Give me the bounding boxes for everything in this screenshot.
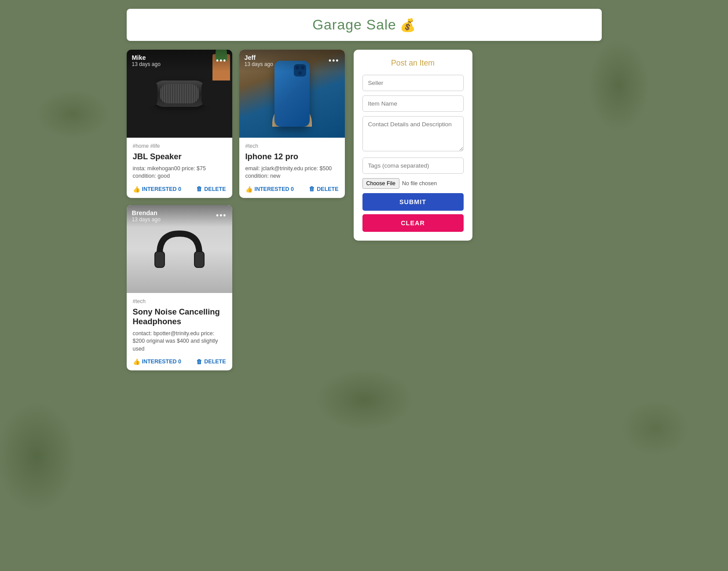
card-image-headphones: Brendan 13 days ago ••• bbox=[127, 205, 232, 293]
card-tags-iphone: #tech bbox=[245, 143, 339, 149]
main-content: Mike 13 days ago ••• #home #life JBL Spe… bbox=[127, 50, 602, 370]
card-actions-headphones: INTERESTED 0 DELETE bbox=[133, 358, 226, 365]
thumb-icon-headphones bbox=[133, 358, 140, 365]
trash-icon-headphones bbox=[196, 359, 202, 365]
trash-icon-iphone bbox=[309, 186, 315, 192]
card-user-info-jbl: Mike 13 days ago bbox=[132, 54, 161, 67]
card-user-info-headphones: Brendan 13 days ago bbox=[132, 209, 161, 223]
card-menu-jbl[interactable]: ••• bbox=[216, 56, 227, 66]
app-header: Garage Sale 💰 bbox=[127, 9, 602, 41]
thumb-icon-jbl bbox=[133, 186, 140, 193]
description-input[interactable] bbox=[362, 116, 464, 151]
card-image-iphone: Jeff 13 days ago ••• bbox=[239, 50, 345, 138]
tags-input[interactable] bbox=[362, 157, 464, 174]
app-title: Garage Sale bbox=[312, 17, 396, 33]
card-user-bar-headphones: Brendan 13 days ago ••• bbox=[127, 205, 232, 227]
card-image-jbl: Mike 13 days ago ••• bbox=[127, 50, 232, 138]
card-item-name-headphones: Sony Noise Cancelling Headphones bbox=[133, 307, 226, 326]
card-username-iphone: Jeff bbox=[245, 54, 273, 61]
card-time-jbl: 13 days ago bbox=[132, 61, 161, 67]
card-actions-jbl: INTERESTED 0 DELETE bbox=[133, 186, 226, 193]
card-body-jbl: #home #life JBL Speaker insta: mikehogan… bbox=[127, 138, 232, 198]
card-body-headphones: #tech Sony Noise Cancelling Headphones c… bbox=[127, 293, 232, 370]
delete-button-iphone[interactable]: DELETE bbox=[309, 186, 338, 192]
thumb-icon-iphone bbox=[245, 186, 253, 193]
card-item-name-iphone: Iphone 12 pro bbox=[245, 152, 339, 161]
card-actions-iphone: INTERESTED 0 DELETE bbox=[245, 186, 339, 193]
seller-input[interactable] bbox=[362, 75, 464, 91]
card-menu-iphone[interactable]: ••• bbox=[329, 56, 339, 66]
card-description-headphones: contact: bpotter@trinity.edu price: $200… bbox=[133, 330, 226, 353]
speaker-body bbox=[151, 81, 208, 107]
card-description-iphone: email: jclark@trinity.edu price: $500 co… bbox=[245, 165, 339, 180]
svg-rect-3 bbox=[195, 252, 204, 267]
svg-rect-2 bbox=[155, 252, 164, 267]
card-user-bar-iphone: Jeff 13 days ago ••• bbox=[239, 50, 345, 72]
cards-grid: Mike 13 days ago ••• #home #life JBL Spe… bbox=[127, 50, 345, 370]
card-body-iphone: #tech Iphone 12 pro email: jclark@trinit… bbox=[239, 138, 345, 198]
card-time-iphone: 13 days ago bbox=[245, 61, 273, 67]
delete-button-headphones[interactable]: DELETE bbox=[196, 359, 226, 365]
submit-button[interactable]: SUBMIT bbox=[362, 193, 464, 211]
item-name-input[interactable] bbox=[362, 95, 464, 112]
card-jbl: Mike 13 days ago ••• #home #life JBL Spe… bbox=[127, 50, 232, 198]
card-username-jbl: Mike bbox=[132, 54, 161, 61]
choose-file-button[interactable]: Choose File bbox=[362, 178, 400, 189]
card-menu-headphones[interactable]: ••• bbox=[216, 211, 227, 220]
headphones-svg bbox=[151, 225, 208, 273]
card-tags-jbl: #home #life bbox=[133, 143, 226, 149]
interested-button-headphones[interactable]: INTERESTED 0 bbox=[133, 358, 181, 365]
card-description-jbl: insta: mikehogan00 price: $75 condition:… bbox=[133, 165, 226, 180]
delete-button-jbl[interactable]: DELETE bbox=[196, 186, 226, 192]
card-user-info-iphone: Jeff 13 days ago bbox=[245, 54, 273, 67]
file-row: Choose File No file chosen bbox=[362, 178, 464, 189]
header-emoji: 💰 bbox=[400, 18, 416, 33]
post-panel-title: Post an Item bbox=[362, 59, 464, 68]
interested-button-iphone[interactable]: INTERESTED 0 bbox=[245, 186, 294, 193]
trash-icon-jbl bbox=[196, 186, 202, 192]
card-item-name-jbl: JBL Speaker bbox=[133, 152, 226, 161]
post-panel: Post an Item Choose File No file chosen … bbox=[354, 50, 472, 241]
card-tags-headphones: #tech bbox=[133, 298, 226, 304]
card-headphones: Brendan 13 days ago ••• #tech Sony Noise… bbox=[127, 205, 232, 370]
interested-button-jbl[interactable]: INTERESTED 0 bbox=[133, 186, 181, 193]
card-username-headphones: Brendan bbox=[132, 209, 161, 216]
clear-button[interactable]: CLEAR bbox=[362, 214, 464, 232]
no-file-text: No file chosen bbox=[402, 180, 437, 187]
card-iphone: Jeff 13 days ago ••• #tech Iphone 12 pro… bbox=[239, 50, 345, 198]
card-user-bar-jbl: Mike 13 days ago ••• bbox=[127, 50, 232, 72]
card-time-headphones: 13 days ago bbox=[132, 216, 161, 223]
